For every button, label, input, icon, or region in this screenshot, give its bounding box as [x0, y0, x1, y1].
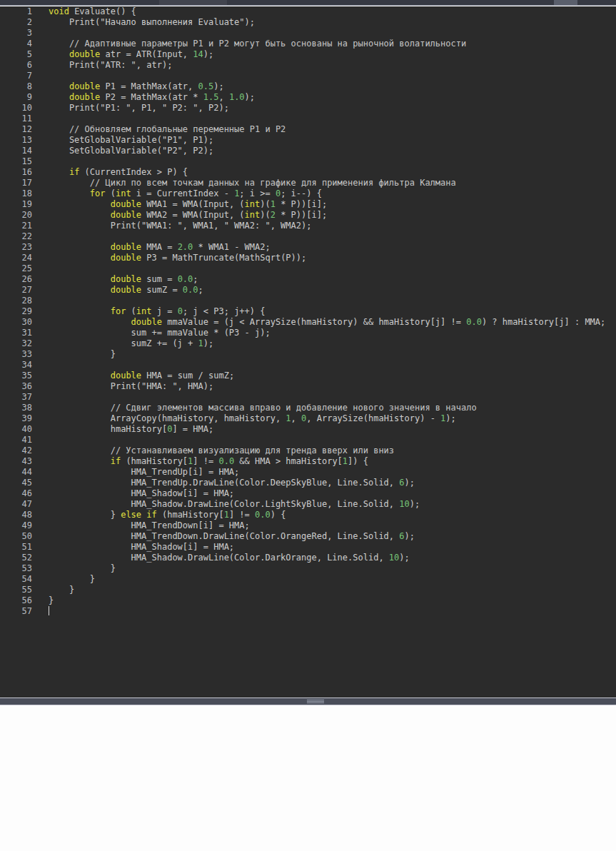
line-number: 36 [0, 381, 32, 392]
code-line: 50 HMA_TrendDown.DrawLine(Color.OrangeRe… [0, 531, 616, 542]
code-text: SetGlobalVariable("P2", P2); [49, 146, 213, 156]
line-number: 3 [0, 28, 32, 39]
line-number: 44 [0, 467, 32, 478]
code-line: 42 // Устанавливаем визуализацию для тре… [0, 445, 616, 456]
line-number: 35 [0, 371, 32, 381]
code-text: HMA_Shadow.DrawLine(Color.LightSkyBlue, … [49, 499, 420, 510]
line-number: 26 [0, 274, 32, 285]
code-line: 48 } else if (hmaHistory[1] != 0.0) { [0, 510, 616, 520]
line-number: 7 [0, 71, 32, 81]
line-number: 5 [0, 49, 32, 60]
code-line: 29 for (int j = 0; j < P3; j++) { [0, 306, 616, 317]
code-lines: 1void Evaluate() {2 Print("Начало выполн… [0, 6, 616, 617]
code-text: double atr = ATR(Input, 14); [49, 49, 213, 60]
code-line: 43 if (hmaHistory[1] != 0.0 && HMA > hma… [0, 456, 616, 467]
code-text: // Цикл по всем точкам данных на графике… [49, 178, 456, 188]
line-number: 51 [0, 542, 32, 553]
line-number: 56 [0, 595, 32, 606]
code-text: // Сдвиг элементов массива вправо и доба… [49, 403, 477, 413]
line-number: 12 [0, 124, 32, 135]
code-line: 9 double P2 = MathMax(atr * 1.5, 1.0); [0, 92, 616, 103]
code-line: 7 [0, 71, 616, 81]
line-number: 33 [0, 349, 32, 360]
line-number: 31 [0, 328, 32, 338]
code-line: 25 [0, 263, 616, 274]
code-line: 45 HMA_TrendUp.DrawLine(Color.DeepSkyBlu… [0, 478, 616, 488]
code-text: double HMA = sum / sumZ; [49, 371, 234, 381]
code-line: 49 HMA_TrendDown[i] = HMA; [0, 520, 616, 531]
code-text: double P1 = MathMax(atr, 0.5); [49, 81, 224, 92]
line-number: 29 [0, 306, 32, 317]
line-number: 25 [0, 263, 32, 274]
code-text: Print("HMA: ", HMA); [49, 381, 213, 392]
line-number: 30 [0, 317, 32, 328]
code-line: 10 Print("P1: ", P1, " P2: ", P2); [0, 103, 616, 114]
code-text: HMA_Shadow[i] = HMA; [49, 488, 234, 499]
line-number: 40 [0, 424, 32, 435]
code-line: 36 Print("HMA: ", HMA); [0, 381, 616, 392]
code-text: Print("P1: ", P1, " P2: ", P2); [49, 103, 229, 114]
code-text: } [49, 595, 54, 606]
code-line: 6 Print("ATR: ", atr); [0, 60, 616, 71]
code-text: HMA_Shadow.DrawLine(Color.DarkOrange, Li… [49, 553, 410, 563]
code-text: double P3 = MathTruncate(MathSqrt(P)); [49, 253, 306, 263]
code-text: hmaHistory[0] = HMA; [49, 424, 213, 435]
code-text [49, 606, 49, 617]
line-number: 1 [0, 6, 32, 17]
code-text: } [49, 563, 116, 574]
line-number: 54 [0, 574, 32, 585]
code-text: } [49, 585, 74, 595]
code-line: 46 HMA_Shadow[i] = HMA; [0, 488, 616, 499]
line-number: 10 [0, 103, 32, 114]
line-number: 34 [0, 360, 32, 371]
line-number: 2 [0, 17, 32, 28]
code-text: SetGlobalVariable("P1", P1); [49, 135, 213, 146]
code-line: 51 HMA_Shadow[i] = HMA; [0, 542, 616, 553]
ide-window: Компилировать 1void Evaluate() {2 Print(… [0, 0, 616, 851]
code-line: 13 SetGlobalVariable("P1", P1); [0, 135, 616, 146]
code-line: 52 HMA_Shadow.DrawLine(Color.DarkOrange,… [0, 553, 616, 563]
code-line: 56} [0, 595, 616, 606]
code-text: HMA_TrendUp[i] = HMA; [49, 467, 239, 478]
code-text: Print("ATR: ", atr); [49, 60, 172, 71]
code-text: double MMA = 2.0 * WMA1 - WMA2; [49, 242, 271, 253]
line-number: 11 [0, 114, 32, 124]
line-number: 53 [0, 563, 32, 574]
line-number: 45 [0, 478, 32, 488]
line-number: 49 [0, 520, 32, 531]
code-text: sum += mmaValue * (P3 - j); [49, 328, 271, 338]
code-line: 23 double MMA = 2.0 * WMA1 - WMA2; [0, 242, 616, 253]
code-text: HMA_TrendDown[i] = HMA; [49, 520, 250, 531]
code-text: } [49, 349, 116, 360]
code-text: } else if (hmaHistory[1] != 0.0) { [49, 510, 286, 520]
code-line: 31 sum += mmaValue * (P3 - j); [0, 328, 616, 338]
code-line: 19 double WMA1 = WMA(Input, (int)(1 * P)… [0, 199, 616, 210]
line-number: 14 [0, 146, 32, 156]
toolbar-segment [159, 0, 227, 5]
code-line: 44 HMA_TrendUp[i] = HMA; [0, 467, 616, 478]
code-editor[interactable]: 1void Evaluate() {2 Print("Начало выполн… [0, 6, 616, 698]
line-number: 21 [0, 221, 32, 231]
code-line: 55 } [0, 585, 616, 595]
code-line: 18 for (int i = CurrentIndex - 1; i >= 0… [0, 188, 616, 199]
code-line: 53 } [0, 563, 616, 574]
line-number: 50 [0, 531, 32, 542]
code-line: 14 SetGlobalVariable("P2", P2); [0, 146, 616, 156]
code-text: sumZ += (j + 1); [49, 338, 213, 349]
code-line: 8 double P1 = MathMax(atr, 0.5); [0, 81, 616, 92]
splitter-grip-icon [307, 700, 324, 703]
splitter-handle[interactable] [0, 698, 616, 705]
line-number: 46 [0, 488, 32, 499]
code-text: if (CurrentIndex > P) { [49, 167, 188, 178]
code-text: double sum = 0.0; [49, 274, 198, 285]
code-line: 12 // Обновляем глобальные переменные P1… [0, 124, 616, 135]
toolbar [0, 0, 616, 6]
code-line: 54 } [0, 574, 616, 585]
line-number: 57 [0, 606, 32, 617]
line-number: 41 [0, 435, 32, 445]
code-text: for (int j = 0; j < P3; j++) { [49, 306, 265, 317]
code-line: 1void Evaluate() { [0, 6, 616, 17]
code-text: Print("WMA1: ", WMA1, " WMA2: ", WMA2); [49, 221, 311, 231]
code-line: 3 [0, 28, 616, 39]
compile-button[interactable] [554, 0, 577, 5]
